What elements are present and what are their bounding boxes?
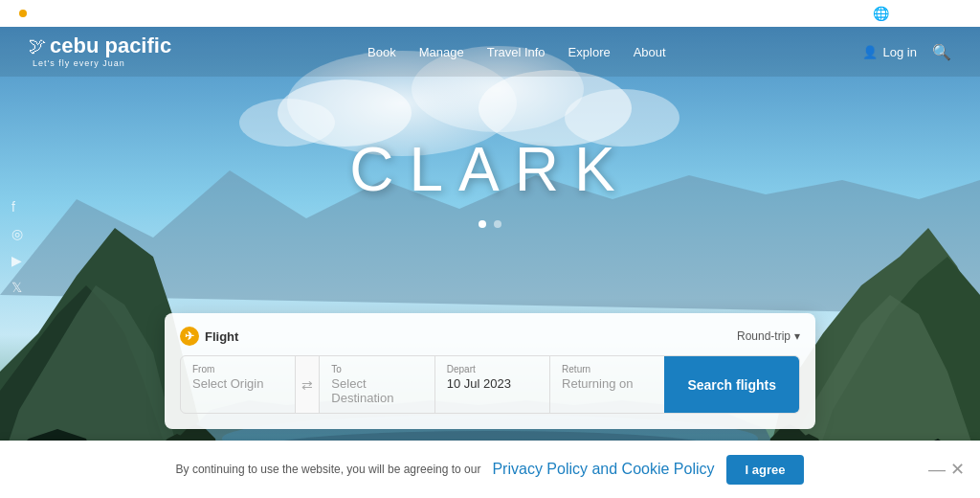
cookie-close-button[interactable]: ✕ [950, 459, 965, 480]
cookie-policy-link[interactable]: Privacy Policy and Cookie Policy [492, 461, 714, 478]
from-value[interactable]: Select Origin [192, 376, 283, 391]
announcement-left: Travel Advisory: Cancelled Flights Due t… [19, 5, 423, 22]
social-sidebar: f ◎ ▶ 𝕏 [11, 199, 23, 295]
logo-tagline: Let's fly every Juan [29, 58, 125, 68]
search-area: ✈ Flight Round-trip ▾ From Select Origin… [155, 313, 825, 429]
navbar: 🕊 cebu pacific Let's fly every Juan Book… [0, 27, 980, 77]
trip-type-chevron: ▾ [794, 329, 800, 343]
announcement-dot [19, 10, 27, 17]
hero-section: 🕊 cebu pacific Let's fly every Juan Book… [0, 27, 980, 467]
login-label: Log in [883, 45, 917, 59]
logo-name[interactable]: cebu pacific [50, 35, 171, 57]
announcement-prev[interactable]: ‹ [352, 5, 364, 22]
login-button[interactable]: 👤 Log in [862, 45, 917, 59]
roundtrip-selector[interactable]: Round-trip ▾ [737, 329, 800, 343]
hero-dot-1[interactable] [479, 220, 486, 228]
swap-icon: ⇄ [301, 377, 313, 393]
nav-about[interactable]: About [634, 45, 666, 59]
depart-label: Depart [447, 364, 538, 374]
flight-tab-label: Flight [205, 329, 238, 344]
nav-explore[interactable]: Explore [568, 45, 611, 59]
cookie-bar: By continuing to use the website, you wi… [0, 441, 980, 498]
search-box-header: ✈ Flight Round-trip ▾ [180, 327, 800, 346]
to-field[interactable]: To Select Destination [320, 356, 434, 413]
announcement-label: Travel Advisory: Cancelled Flights Due t… [34, 8, 345, 19]
search-flights-button[interactable]: Search flights [664, 356, 799, 413]
help-link[interactable]: Help [939, 8, 961, 19]
trip-type-label: Round-trip [737, 329, 791, 343]
chevron-down-icon: ▾ [918, 7, 924, 19]
nav-manage[interactable]: Manage [419, 45, 464, 59]
announcement-next[interactable]: › [368, 5, 379, 22]
nav-travel-info[interactable]: Travel Info [487, 45, 546, 59]
view-all-link[interactable]: View all [387, 8, 423, 19]
announcement-bar: Travel Advisory: Cancelled Flights Due t… [0, 0, 980, 27]
minimize-button[interactable]: — [928, 460, 946, 480]
hero-dots [479, 220, 501, 228]
announcement-right: 🌐 PHP ▾ Help [873, 6, 961, 21]
youtube-icon[interactable]: ▶ [11, 253, 23, 268]
globe-icon: 🌐 [873, 6, 889, 21]
depart-value[interactable]: 10 Jul 2023 [447, 376, 538, 391]
nav-book[interactable]: Book [368, 45, 396, 59]
hero-dot-2[interactable] [494, 220, 501, 228]
depart-field[interactable]: Depart 10 Jul 2023 [435, 356, 550, 413]
swap-button[interactable]: ⇄ [296, 356, 320, 413]
from-label: From [192, 364, 283, 374]
twitter-icon[interactable]: 𝕏 [11, 280, 23, 295]
return-label: Return [562, 364, 653, 374]
announcement-text: Cancelled Flights Due to Closure of Cota… [119, 8, 345, 19]
hero-content: CLARK [0, 77, 980, 247]
php-selector[interactable]: 🌐 PHP ▾ [873, 6, 924, 21]
return-field[interactable]: Return Returning on [550, 356, 664, 413]
announcement-label-bold: Travel Advisory: [34, 8, 116, 19]
account-icon: 👤 [862, 45, 878, 59]
to-label: To [331, 364, 422, 374]
cookie-agree-button[interactable]: I agree [726, 455, 805, 485]
to-value[interactable]: Select Destination [331, 376, 422, 405]
search-icon[interactable]: 🔍 [932, 43, 951, 61]
logo-area: 🕊 cebu pacific Let's fly every Juan [29, 35, 171, 68]
nav-links: Book Manage Travel Info Explore About [368, 45, 666, 59]
return-value[interactable]: Returning on [562, 376, 653, 391]
cookie-text: By continuing to use the website, you wi… [176, 463, 481, 476]
hero-title: CLARK [349, 134, 630, 205]
announcement-nav[interactable]: ‹ › [352, 5, 379, 22]
search-box: ✈ Flight Round-trip ▾ From Select Origin… [165, 313, 815, 429]
facebook-icon[interactable]: f [11, 199, 23, 215]
nav-right: 👤 Log in 🔍 [862, 43, 951, 61]
currency-label: PHP [893, 8, 915, 19]
flight-tab[interactable]: ✈ Flight [180, 327, 238, 346]
from-field[interactable]: From Select Origin [181, 356, 296, 413]
logo-bird-icon: 🕊 [29, 36, 46, 57]
instagram-icon[interactable]: ◎ [11, 226, 23, 241]
flight-icon: ✈ [180, 327, 199, 346]
search-fields: From Select Origin ⇄ To Select Destinati… [180, 355, 800, 414]
